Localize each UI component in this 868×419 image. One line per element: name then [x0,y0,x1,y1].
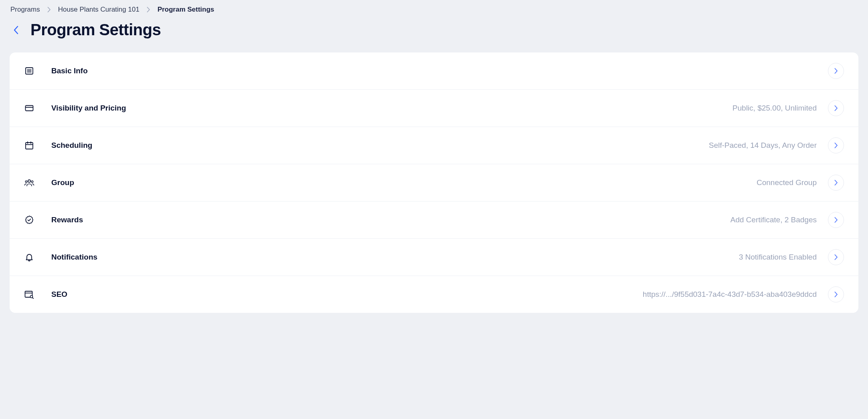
section-title: Rewards [51,216,83,224]
badge-check-icon [24,215,34,225]
section-summary: Connected Group [757,178,817,187]
chevron-right-icon [834,105,838,111]
page-header: Program Settings [10,21,858,39]
svg-point-11 [25,181,27,182]
section-summary: https://.../9f55d031-7a4c-43d7-b534-aba4… [643,290,817,299]
group-icon [24,177,34,188]
chevron-right-icon [834,180,838,185]
section-summary: Self-Paced, 14 Days, Any Order [709,141,817,150]
chevron-right-icon [834,68,838,74]
bell-icon [24,252,34,262]
svg-point-12 [31,181,33,182]
chevron-right-icon [47,7,51,12]
svg-rect-4 [26,106,33,111]
section-title: Notifications [51,253,97,262]
open-section-button[interactable] [828,212,844,228]
section-title: Group [51,178,74,187]
breadcrumb: Programs House Plants Curating 101 Progr… [10,6,858,14]
chevron-right-icon [834,143,838,148]
section-summary: Public, $25.00, Unlimited [733,104,817,113]
page-title: Program Settings [30,21,161,39]
back-button[interactable] [10,24,22,36]
calendar-icon [24,140,34,151]
section-scheduling[interactable]: Scheduling Self-Paced, 14 Days, Any Orde… [10,127,858,164]
svg-line-16 [32,298,33,298]
chevron-right-icon [834,292,838,297]
section-notifications[interactable]: Notifications 3 Notifications Enabled [10,239,858,276]
settings-card: Basic Info Visibility and Pricing Public… [10,52,858,313]
section-title: SEO [51,290,67,299]
section-title: Scheduling [51,141,92,150]
section-rewards[interactable]: Rewards Add Certificate, 2 Badges [10,201,858,239]
open-section-button[interactable] [828,286,844,302]
section-summary: 3 Notifications Enabled [739,253,817,262]
breadcrumb-current: Program Settings [157,6,214,14]
list-icon [24,66,34,76]
breadcrumb-programs[interactable]: Programs [10,6,40,14]
section-seo[interactable]: SEO https://.../9f55d031-7a4c-43d7-b534-… [10,276,858,313]
chevron-right-icon [834,254,838,260]
section-basic-info[interactable]: Basic Info [10,52,858,90]
section-title: Basic Info [51,66,88,75]
section-group[interactable]: Group Connected Group [10,164,858,201]
open-section-button[interactable] [828,100,844,116]
browser-search-icon [24,289,34,300]
chevron-left-icon [13,26,19,34]
open-section-button[interactable] [828,137,844,153]
svg-rect-6 [26,143,33,149]
open-section-button[interactable] [828,63,844,79]
section-visibility-pricing[interactable]: Visibility and Pricing Public, $25.00, U… [10,90,858,127]
open-section-button[interactable] [828,249,844,265]
section-title: Visibility and Pricing [51,104,126,113]
section-summary: Add Certificate, 2 Badges [731,216,817,224]
svg-point-10 [28,180,30,182]
chevron-right-icon [147,7,150,12]
credit-card-icon [24,103,34,113]
chevron-right-icon [834,217,838,223]
breadcrumb-program-name[interactable]: House Plants Curating 101 [58,6,139,14]
open-section-button[interactable] [828,175,844,191]
